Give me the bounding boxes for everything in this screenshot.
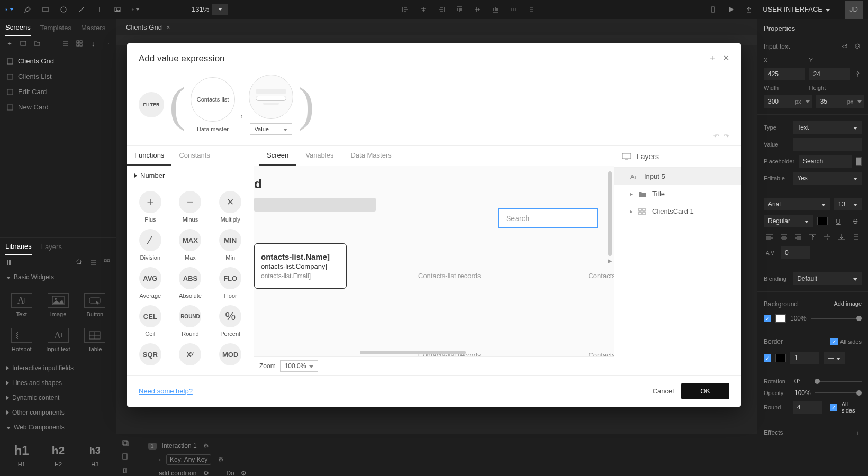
func-average[interactable]: AVGAverage bbox=[133, 267, 167, 299]
tab-datamasters[interactable]: Data Masters bbox=[343, 146, 399, 166]
func-min[interactable]: MINMin bbox=[213, 229, 247, 261]
tab-screen[interactable]: Screen bbox=[259, 146, 296, 166]
func-ceil[interactable]: CELCeil bbox=[133, 305, 167, 337]
func-percent[interactable]: %Percent bbox=[213, 305, 247, 337]
svg-rect-48 bbox=[643, 212, 645, 215]
tab-constants[interactable]: Constants bbox=[171, 146, 218, 166]
bracket-open: ( bbox=[169, 81, 185, 129]
add-icon[interactable]: + bbox=[709, 53, 715, 64]
func-multiply[interactable]: ×Multiply bbox=[213, 191, 247, 223]
svg-text:A: A bbox=[630, 173, 635, 180]
svg-rect-41 bbox=[622, 153, 631, 159]
desktop-icon bbox=[622, 153, 631, 160]
search-input-preview[interactable]: Search bbox=[498, 208, 598, 228]
func-minus[interactable]: −Minus bbox=[174, 191, 207, 223]
layer-icon: AI bbox=[630, 173, 639, 180]
func-max[interactable]: MAXMax bbox=[174, 229, 207, 261]
svg-rect-45 bbox=[639, 208, 641, 211]
func-[interactable]: Xʸ bbox=[174, 343, 207, 369]
layer-icon bbox=[638, 190, 647, 198]
func-floor[interactable]: FLOFloor bbox=[213, 267, 247, 299]
help-link[interactable]: Need some help? bbox=[139, 387, 193, 395]
contact-card[interactable]: ontacts-list.Name] ontacts-list.Company]… bbox=[254, 243, 347, 289]
svg-rect-47 bbox=[639, 212, 641, 215]
func-[interactable]: MOD bbox=[213, 343, 247, 369]
horizontal-scrollbar[interactable] bbox=[360, 351, 466, 354]
svg-rect-46 bbox=[643, 208, 645, 211]
layer-icon bbox=[638, 208, 647, 215]
layer-item[interactable]: ▸Title bbox=[614, 185, 741, 203]
value-type-select[interactable]: Value bbox=[250, 123, 292, 135]
param-value-preview[interactable] bbox=[249, 75, 293, 119]
bracket-close: ) bbox=[299, 81, 314, 129]
mock-bar bbox=[254, 198, 376, 212]
cancel-button[interactable]: Cancel bbox=[653, 387, 674, 395]
func-round[interactable]: ROUNDRound bbox=[174, 305, 207, 337]
func-category-number[interactable]: Number bbox=[127, 166, 254, 185]
tab-variables[interactable]: Variables bbox=[298, 146, 341, 166]
filter-function[interactable]: FILTER bbox=[139, 92, 164, 117]
redo-icon[interactable]: ↷ bbox=[724, 132, 729, 140]
func-absolute[interactable]: ABSAbsolute bbox=[174, 267, 207, 299]
func-[interactable]: SQR bbox=[133, 343, 167, 369]
zoom-select[interactable]: 100.0% bbox=[280, 360, 319, 372]
modal-title: Add value expression bbox=[139, 53, 225, 64]
layer-item[interactable]: AIInput 5 bbox=[614, 168, 741, 185]
func-plus[interactable]: +Plus bbox=[133, 191, 167, 223]
ok-button[interactable]: OK bbox=[681, 383, 729, 399]
close-icon[interactable]: ✕ bbox=[722, 53, 729, 64]
expand-icon[interactable]: ▶ bbox=[608, 258, 612, 264]
svg-text:I: I bbox=[635, 175, 636, 180]
layer-item[interactable]: ▸ClientsCard 1 bbox=[614, 203, 741, 220]
param-data-master[interactable]: Contacts-list bbox=[191, 77, 235, 122]
tab-functions[interactable]: Functions bbox=[127, 146, 171, 166]
func-division[interactable]: ∕Division bbox=[133, 229, 167, 261]
undo-icon[interactable]: ↶ bbox=[713, 132, 719, 140]
